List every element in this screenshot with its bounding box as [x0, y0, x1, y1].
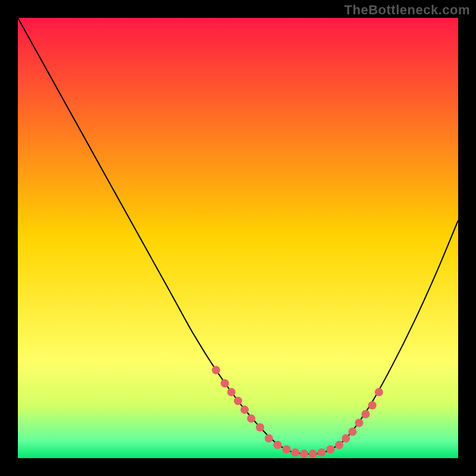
- gradient-background: [18, 18, 458, 458]
- dot-bottom: [326, 445, 334, 453]
- dot-bottom: [282, 445, 290, 453]
- dot-left: [256, 423, 264, 431]
- plot-area: [18, 18, 458, 458]
- dot-right: [342, 434, 350, 443]
- dot-right: [335, 441, 343, 449]
- dot-bottom: [309, 450, 317, 458]
- dot-left: [234, 397, 242, 405]
- dot-right: [355, 419, 364, 427]
- chart-svg: [18, 18, 458, 458]
- chart-frame: TheBottleneck.com: [0, 0, 476, 476]
- dot-bottom: [291, 448, 299, 456]
- dot-bottom: [318, 448, 326, 456]
- dot-right: [362, 410, 370, 418]
- dot-left: [212, 366, 220, 374]
- dot-left: [240, 406, 249, 414]
- dot-right: [368, 401, 377, 409]
- dot-bottom: [300, 450, 308, 458]
- dot-right: [348, 428, 356, 436]
- dot-left: [247, 414, 255, 422]
- dot-left: [227, 388, 236, 396]
- dot-bottom: [265, 434, 273, 443]
- dot-right: [375, 388, 383, 396]
- dot-bottom: [274, 441, 282, 449]
- watermark-text: TheBottleneck.com: [345, 2, 470, 18]
- dot-left: [221, 379, 229, 387]
